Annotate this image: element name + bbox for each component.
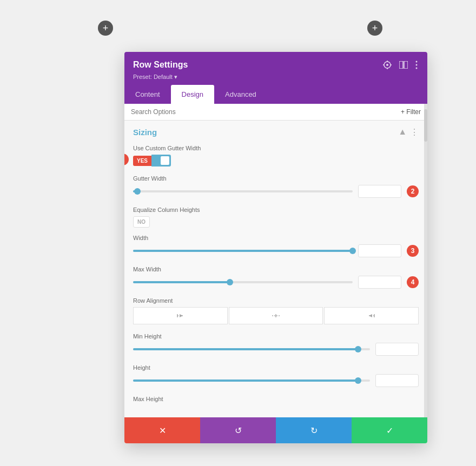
section-title: Sizing [133, 128, 157, 137]
target-icon-button[interactable] [382, 59, 393, 70]
equalize-toggle[interactable]: NO [133, 216, 150, 228]
svg-point-9 [416, 64, 418, 66]
align-left-button[interactable] [133, 307, 228, 324]
save-button[interactable]: ✓ [352, 417, 427, 443]
custom-gutter-label: Use Custom Gutter Width [133, 145, 419, 151]
sizing-section: Sizing ▲ ⋮ Use Custom Gutter Width 1 YES… [124, 121, 427, 417]
alignment-row [133, 307, 419, 324]
preset-label[interactable]: Preset: Default ▾ [133, 74, 419, 81]
min-height-label: Min Height [133, 333, 419, 339]
min-height-field: Min Height auto [133, 333, 419, 356]
height-label: Height [133, 364, 419, 371]
gutter-width-field: Gutter Width 1 2 [133, 175, 419, 198]
more-options-button[interactable] [414, 59, 419, 70]
height-slider[interactable] [133, 380, 370, 382]
tab-content[interactable]: Content [124, 85, 171, 104]
search-row: + Filter [124, 104, 427, 121]
height-input[interactable]: auto [375, 374, 419, 387]
max-width-label: Max Width [133, 266, 419, 272]
refresh-button[interactable]: ↻ [276, 417, 352, 443]
row-settings-modal: Row Settings [124, 52, 427, 443]
section-more-icon[interactable]: ⋮ [410, 127, 419, 137]
badge-3: 3 [407, 245, 419, 257]
max-width-field: Max Width 100% 4 [133, 266, 419, 289]
search-input[interactable] [131, 108, 396, 116]
gutter-width-slider[interactable] [133, 190, 353, 192]
section-header: Sizing ▲ ⋮ [133, 127, 419, 137]
width-field: Width 100% 3 [133, 235, 419, 257]
toggle-yes-btn[interactable]: YES [133, 156, 151, 166]
columns-icon-button[interactable] [398, 60, 409, 70]
tab-advanced[interactable]: Advanced [214, 85, 267, 104]
reset-button[interactable]: ↺ [200, 417, 276, 443]
max-height-label: Max Height [133, 396, 419, 402]
svg-rect-6 [399, 61, 403, 69]
scrollbar[interactable] [424, 104, 427, 417]
custom-gutter-field: Use Custom Gutter Width 1 YES [133, 145, 419, 167]
min-height-input[interactable]: auto [375, 343, 419, 356]
tabs-row: Content Design Advanced [124, 85, 427, 104]
svg-point-1 [386, 64, 388, 66]
equalize-field: Equalize Column Heights NO [133, 207, 419, 226]
align-right-button[interactable] [324, 307, 419, 324]
add-column-left-button[interactable]: + [98, 21, 113, 36]
modal-body: + Filter Sizing ▲ ⋮ Use Custom Gutter Wi… [124, 104, 427, 417]
toggle-switch[interactable] [151, 155, 171, 167]
row-alignment-label: Row Alignment [133, 297, 419, 304]
modal-header: Row Settings [124, 52, 427, 85]
add-column-right-button[interactable]: + [367, 21, 382, 36]
collapse-icon[interactable]: ▲ [398, 127, 407, 137]
align-center-button[interactable] [229, 307, 323, 324]
badge-1: 1 [124, 154, 129, 165]
tab-design[interactable]: Design [171, 85, 214, 104]
svg-marker-13 [180, 314, 183, 317]
gutter-width-input[interactable]: 1 [358, 185, 401, 198]
badge-2: 2 [407, 185, 419, 197]
scrollbar-thumb[interactable] [424, 109, 427, 142]
max-height-field: Max Height [133, 396, 419, 402]
modal-title: Row Settings [133, 60, 188, 70]
header-icons [382, 59, 419, 70]
gutter-width-label: Gutter Width [133, 175, 419, 182]
modal-footer: ✕ ↺ ↻ ✓ [124, 417, 427, 443]
max-width-slider[interactable] [133, 281, 353, 283]
max-width-input[interactable]: 100% [358, 276, 401, 289]
equalize-label: Equalize Column Heights [133, 207, 419, 213]
svg-point-10 [416, 68, 418, 69]
width-input[interactable]: 100% [358, 244, 401, 257]
min-height-slider[interactable] [133, 348, 370, 350]
row-alignment-field: Row Alignment [133, 297, 419, 324]
cancel-button[interactable]: ✕ [124, 417, 200, 443]
badge-4: 4 [407, 276, 419, 288]
height-field: Height auto [133, 364, 419, 387]
svg-marker-18 [369, 314, 372, 317]
svg-point-8 [416, 61, 418, 63]
filter-button[interactable]: + Filter [401, 108, 421, 116]
width-slider[interactable] [133, 250, 353, 252]
width-label: Width [133, 235, 419, 241]
svg-rect-7 [404, 61, 408, 69]
